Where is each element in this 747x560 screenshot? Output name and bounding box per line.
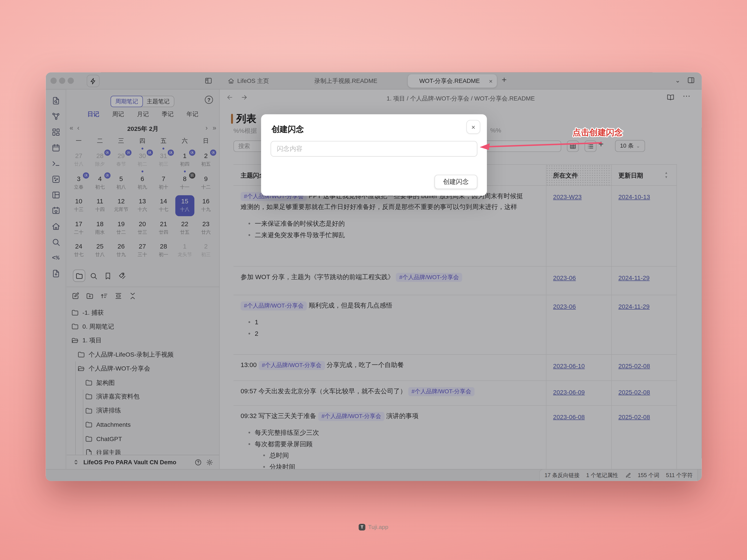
modal-submit-button[interactable]: 创建闪念 xyxy=(435,175,477,189)
tutorial-arrow xyxy=(477,140,606,152)
create-flash-note-modal: 创建闪念 × 创建闪念 xyxy=(261,114,487,196)
watermark-logo-icon: T xyxy=(359,524,365,531)
close-icon: × xyxy=(471,123,475,131)
tutorial-annotation: 点击创建闪念 xyxy=(573,127,623,138)
flash-note-content-input[interactable] xyxy=(271,141,477,157)
stage: LifeOS 主页 录制上手视频.README WOT-分享会.README ×… xyxy=(0,0,747,560)
modal-close-button[interactable]: × xyxy=(466,120,480,134)
watermark-label: Tuji.app xyxy=(368,524,388,531)
modal-title: 创建闪念 xyxy=(272,124,304,135)
watermark: T Tuji.app xyxy=(359,524,388,531)
lifeos-app-window: LifeOS 主页 录制上手视频.README WOT-分享会.README ×… xyxy=(46,72,702,481)
